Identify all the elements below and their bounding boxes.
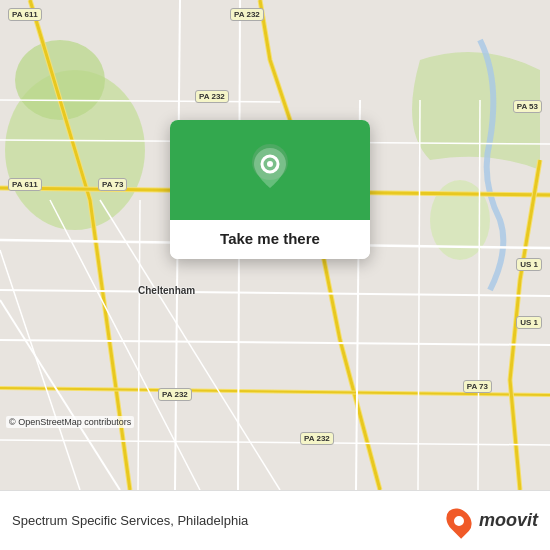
- svg-point-19: [267, 161, 273, 167]
- moovit-logo: moovit: [448, 507, 538, 535]
- popup-card: Take me there: [170, 120, 370, 259]
- take-me-there-button[interactable]: Take me there: [170, 220, 370, 259]
- place-label-cheltenham: Cheltenham: [138, 285, 195, 296]
- moovit-brand-text: moovit: [479, 510, 538, 531]
- road-badge-pa53-right: PA 53: [513, 100, 542, 113]
- road-badge-pa73-bot: PA 73: [463, 380, 492, 393]
- pin-icon: [248, 144, 292, 196]
- road-badge-pa232-mid: PA 232: [195, 90, 229, 103]
- osm-attribution: © OpenStreetMap contributors: [6, 416, 134, 428]
- bottom-bar: Spectrum Specific Services, Philadelphia…: [0, 490, 550, 550]
- road-badge-pa232-top: PA 232: [230, 8, 264, 21]
- map-container: PA 611 PA 232 PA 232 PA 73 PA 611 US 1 P…: [0, 0, 550, 490]
- road-badge-pa232-bot: PA 232: [158, 388, 192, 401]
- road-badge-pa73-left: PA 73: [98, 178, 127, 191]
- location-label: Spectrum Specific Services, Philadelphia: [12, 513, 248, 528]
- road-badge-pa611-left: PA 611: [8, 178, 42, 191]
- road-badge-pa611-top: PA 611: [8, 8, 42, 21]
- road-badge-pa232-bot2: PA 232: [300, 432, 334, 445]
- road-badge-us1-right1: US 1: [516, 258, 542, 271]
- popup-green-header: [170, 120, 370, 220]
- road-badge-us1-right2: US 1: [516, 316, 542, 329]
- moovit-pin-icon: [441, 503, 476, 538]
